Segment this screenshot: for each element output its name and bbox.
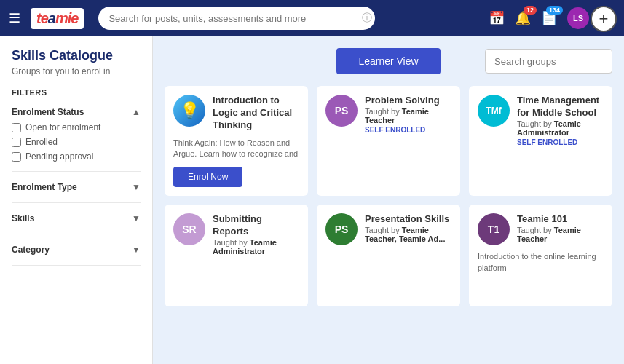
card-logic-title: Introduction to Logic and Critical Think… [213,95,299,132]
filter-option-enrolled-label: Enrolled [25,137,58,147]
card-t1-title: Teamie 101 [517,213,604,226]
card-time-management: TMf Time Management for Middle School Ta… [469,86,612,196]
notifications-icon[interactable]: 🔔 12 [515,10,531,26]
card-ps-title: Problem Solving [365,95,451,107]
card-sr-top: SR Submitting Reports Taught by Teamie A… [173,213,299,257]
card-pres-top: PS Presentation Skills Taught by Teamie … [325,213,451,245]
card-tm-enrolled-badge: SELF ENROLLED [517,138,604,146]
card-t1-description: Introduction to the online learning plat… [478,251,604,274]
filter-category-header[interactable]: Category ▼ [12,242,141,258]
filter-enrolment-status: Enrolment Status ▲ Open for enrolment En… [12,104,141,172]
card-teamie-101: T1 Teamie 101 Taught by Teamie Teacher I… [469,205,612,306]
enrol-now-button[interactable]: Enrol Now [173,167,242,187]
card-presentation-skills: PS Presentation Skills Taught by Teamie … [317,205,460,306]
filter-option-pending: Pending approval [12,149,141,164]
card-t1-meta: Taught by Teamie Teacher [517,226,604,243]
filter-option-open: Open for enrolment [12,120,141,135]
notifications-badge: 12 [524,6,537,15]
filter-option-open-label: Open for enrolment [25,122,100,132]
checkbox-pending-approval[interactable] [12,152,21,162]
card-tm-avatar: TMf [478,95,510,127]
filter-category: Category ▼ [12,242,141,266]
card-pres-title: Presentation Skills [365,213,451,226]
logo: teamie [31,8,84,29]
card-tm-top: TMf Time Management for Middle School Ta… [478,95,604,146]
filter-chevron-down-icon2: ▼ [132,213,141,223]
card-sr-title: Submitting Reports [213,213,299,238]
page-title: Skills Catalogue [12,48,141,63]
filter-enrolment-type-header[interactable]: Enrolment Type ▼ [12,179,141,195]
filter-skills-label: Skills [12,213,34,223]
card-sr-avatar: SR [173,213,205,245]
card-pres-avatar: PS [325,213,358,245]
checkbox-enrolled[interactable] [12,138,21,147]
card-t1-top: T1 Teamie 101 Taught by Teamie Teacher [478,213,604,245]
messages-icon[interactable]: 📄 134 [541,10,557,26]
card-ps-top: PS Problem Solving Taught by Teamie Teac… [325,95,451,134]
main-container: Skills Catalogue Groups for you to enrol… [0,36,624,364]
card-tm-meta: Taught by Teamie Administrator [517,119,604,137]
content-area: Learner View 💡 Introduction to Logic and… [153,36,624,364]
search-groups-input[interactable] [485,49,612,74]
calendar-icon[interactable]: 📅 [489,10,505,26]
card-ps-avatar: PS [325,95,358,127]
card-ps-enrolled-badge: SELF ENROLLED [365,126,451,134]
filter-category-label: Category [12,245,50,255]
filter-enrolment-status-header[interactable]: Enrolment Status ▲ [12,104,141,120]
messages-badge: 134 [546,6,563,15]
cards-grid: 💡 Introduction to Logic and Critical Thi… [165,86,612,306]
filter-option-pending-label: Pending approval [25,151,93,162]
card-logic-top: 💡 Introduction to Logic and Critical Thi… [173,95,299,132]
card-ps-meta: Taught by Teamie Teacher [365,107,451,124]
filters-label: FILTERS [12,88,141,97]
card-logic-avatar: 💡 [173,95,205,127]
page-subtitle: Groups for you to enrol in [12,66,141,76]
card-logic-description: Think Again: How to Reason and Argue. Le… [173,138,299,160]
card-t1-avatar: T1 [478,213,510,245]
hamburger-icon[interactable]: ☰ [9,10,20,26]
filter-enrolment-type: Enrolment Type ▼ [12,179,141,203]
card-logic: 💡 Introduction to Logic and Critical Thi… [165,86,308,196]
filter-enrolment-status-label: Enrolment Status [12,107,84,117]
sidebar: Skills Catalogue Groups for you to enrol… [0,36,153,364]
card-tm-title: Time Management for Middle School [517,95,604,119]
card-sr-meta: Taught by Teamie Administrator [213,238,299,256]
card-submitting-reports: SR Submitting Reports Taught by Teamie A… [165,205,308,306]
filter-option-enrolled: Enrolled [12,135,141,149]
header: ☰ teamie ⓘ 📅 🔔 12 📄 134 LS 🌐 [0,0,624,36]
plus-button[interactable]: + [591,6,617,32]
card-problem-solving: PS Problem Solving Taught by Teamie Teac… [317,86,460,196]
filter-skills-header[interactable]: Skills ▼ [12,210,141,226]
card-pres-meta: Taught by Teamie Teacher, Teamie Ad... [365,226,451,243]
search-info-icon[interactable]: ⓘ [362,12,372,25]
filter-chevron-down-icon: ▼ [132,182,141,192]
learner-view-button[interactable]: Learner View [336,48,440,74]
filter-skills: Skills ▼ [12,210,141,234]
global-search-input[interactable] [98,7,375,30]
checkbox-open-enrolment[interactable] [12,123,21,132]
content-header: Learner View [165,48,612,74]
filter-chevron-down-icon3: ▼ [132,245,141,255]
filter-chevron-up-icon: ▲ [132,107,141,117]
filter-enrolment-type-label: Enrolment Type [12,182,77,192]
